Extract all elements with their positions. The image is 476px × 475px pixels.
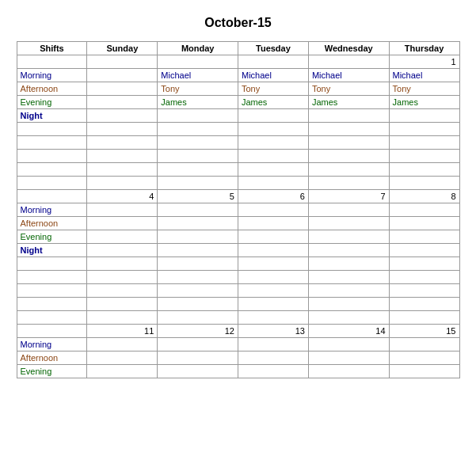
week1-day-num-3 — [238, 55, 308, 69]
empty-cell — [238, 298, 308, 311]
cell-evening-monday — [158, 230, 238, 244]
cell-evening-sunday — [87, 365, 158, 378]
cell-afternoon-monday — [158, 352, 238, 365]
empty-cell — [308, 150, 389, 163]
empty-cell — [238, 163, 308, 177]
cell-morning-wednesday: Michael — [308, 69, 389, 82]
week1-day-num-5: 1 — [389, 55, 459, 69]
week1-day-num-0 — [17, 55, 87, 69]
cell-afternoon-monday — [158, 217, 238, 230]
cell-morning-tuesday — [238, 338, 308, 352]
table-row — [17, 311, 459, 325]
week3-day-num-0 — [17, 325, 87, 338]
week2-day-num-4: 7 — [308, 190, 389, 203]
cell-evening-thursday: James — [389, 96, 459, 109]
table-row: Night — [17, 244, 459, 257]
shift-label-afternoon: Afternoon — [17, 217, 87, 230]
cell-morning-sunday — [87, 69, 158, 82]
table-row: Evening — [17, 230, 459, 244]
cell-evening-sunday — [87, 230, 158, 244]
empty-cell — [238, 136, 308, 150]
empty-cell — [308, 257, 389, 271]
empty-cell — [17, 311, 87, 325]
cell-night-sunday — [87, 244, 158, 257]
empty-cell — [17, 150, 87, 163]
empty-cell — [17, 284, 87, 298]
cell-morning-tuesday: Michael — [238, 69, 308, 82]
empty-cell — [238, 257, 308, 271]
cell-morning-wednesday — [308, 203, 389, 217]
empty-cell — [308, 298, 389, 311]
cell-morning-monday — [158, 203, 238, 217]
empty-cell — [238, 177, 308, 190]
cell-morning-sunday — [87, 338, 158, 352]
cell-evening-wednesday — [308, 230, 389, 244]
cell-afternoon-sunday — [87, 217, 158, 230]
empty-cell — [158, 163, 238, 177]
cell-night-sunday — [87, 109, 158, 123]
schedule-container: October-15 Shifts Sunday Monday Tuesday … — [17, 16, 460, 378]
table-row — [17, 123, 459, 136]
empty-cell — [389, 257, 459, 271]
week1-day-num-4 — [308, 55, 389, 69]
table-row: Afternoon — [17, 352, 459, 365]
cell-evening-thursday — [389, 365, 459, 378]
empty-cell — [389, 177, 459, 190]
empty-cell — [238, 123, 308, 136]
table-row — [17, 298, 459, 311]
empty-cell — [389, 271, 459, 284]
cell-morning-thursday — [389, 203, 459, 217]
cell-afternoon-tuesday: Tony — [238, 82, 308, 96]
empty-cell — [87, 177, 158, 190]
header-shifts: Shifts — [17, 42, 87, 55]
week1-day-num-2 — [158, 55, 238, 69]
table-row: Morning — [17, 338, 459, 352]
week3-day-num-5: 15 — [389, 325, 459, 338]
empty-cell — [308, 136, 389, 150]
cell-night-wednesday — [308, 109, 389, 123]
empty-cell — [389, 136, 459, 150]
cell-morning-monday — [158, 338, 238, 352]
empty-cell — [389, 163, 459, 177]
cell-evening-monday: James — [158, 96, 238, 109]
empty-cell — [17, 136, 87, 150]
empty-cell — [238, 271, 308, 284]
empty-cell — [17, 271, 87, 284]
empty-cell — [17, 257, 87, 271]
cell-afternoon-wednesday — [308, 217, 389, 230]
table-row: Night — [17, 109, 459, 123]
cell-afternoon-thursday — [389, 217, 459, 230]
table-row — [17, 136, 459, 150]
empty-cell — [87, 136, 158, 150]
header-wednesday: Wednesday — [308, 42, 389, 55]
cell-morning-sunday — [87, 203, 158, 217]
empty-cell — [308, 271, 389, 284]
shift-label-night: Night — [17, 244, 87, 257]
empty-cell — [87, 150, 158, 163]
cell-night-monday — [158, 244, 238, 257]
empty-cell — [308, 163, 389, 177]
empty-cell — [238, 284, 308, 298]
cell-afternoon-tuesday — [238, 217, 308, 230]
cell-night-tuesday — [238, 109, 308, 123]
table-row — [17, 284, 459, 298]
cell-evening-wednesday — [308, 365, 389, 378]
empty-cell — [158, 298, 238, 311]
empty-cell — [389, 123, 459, 136]
shift-label-evening: Evening — [17, 230, 87, 244]
table-row — [17, 271, 459, 284]
shift-label-morning: Morning — [17, 203, 87, 217]
week2-day-num-0 — [17, 190, 87, 203]
empty-cell — [87, 257, 158, 271]
empty-cell — [87, 123, 158, 136]
cell-afternoon-tuesday — [238, 352, 308, 365]
cell-evening-tuesday: James — [238, 96, 308, 109]
shift-label-afternoon: Afternoon — [17, 352, 87, 365]
schedule-table: Shifts Sunday Monday Tuesday Wednesday T… — [17, 41, 460, 378]
header-thursday: Thursday — [389, 42, 459, 55]
empty-cell — [158, 311, 238, 325]
table-row: MorningMichaelMichaelMichaelMichael — [17, 69, 459, 82]
week3-day-num-2: 12 — [158, 325, 238, 338]
cell-evening-tuesday — [238, 365, 308, 378]
empty-cell — [158, 123, 238, 136]
